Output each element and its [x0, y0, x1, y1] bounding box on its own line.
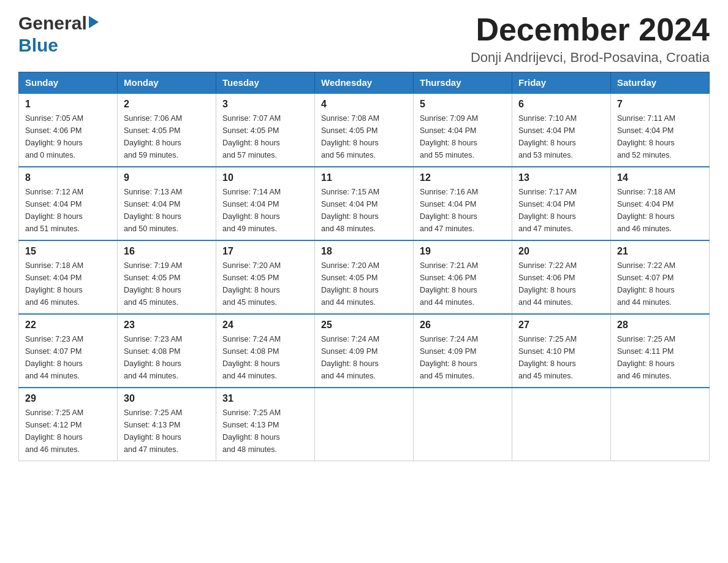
day-info: Sunrise: 7:25 AMSunset: 4:10 PMDaylight:… — [518, 333, 604, 382]
calendar-cell: 21 Sunrise: 7:22 AMSunset: 4:07 PMDaylig… — [611, 240, 710, 314]
calendar-cell: 31 Sunrise: 7:25 AMSunset: 4:13 PMDaylig… — [216, 388, 315, 461]
day-number: 17 — [222, 246, 308, 257]
day-info: Sunrise: 7:16 AMSunset: 4:04 PMDaylight:… — [420, 186, 506, 235]
day-info: Sunrise: 7:25 AMSunset: 4:13 PMDaylight:… — [222, 407, 308, 456]
day-number: 20 — [518, 246, 604, 257]
day-number: 13 — [518, 172, 604, 183]
day-number: 7 — [617, 99, 703, 110]
day-info: Sunrise: 7:20 AMSunset: 4:05 PMDaylight:… — [222, 259, 308, 308]
calendar-cell: 20 Sunrise: 7:22 AMSunset: 4:06 PMDaylig… — [512, 240, 611, 314]
calendar-cell: 19 Sunrise: 7:21 AMSunset: 4:06 PMDaylig… — [414, 240, 512, 314]
day-info: Sunrise: 7:18 AMSunset: 4:04 PMDaylight:… — [25, 259, 111, 308]
calendar-cell: 2 Sunrise: 7:06 AMSunset: 4:05 PMDayligh… — [118, 93, 216, 167]
day-info: Sunrise: 7:24 AMSunset: 4:09 PMDaylight:… — [321, 333, 407, 382]
day-info: Sunrise: 7:25 AMSunset: 4:11 PMDaylight:… — [617, 333, 703, 382]
day-info: Sunrise: 7:14 AMSunset: 4:04 PMDaylight:… — [222, 186, 308, 235]
calendar-cell: 12 Sunrise: 7:16 AMSunset: 4:04 PMDaylig… — [414, 167, 512, 240]
calendar-header-row: SundayMondayTuesdayWednesdayThursdayFrid… — [19, 72, 710, 94]
day-info: Sunrise: 7:23 AMSunset: 4:07 PMDaylight:… — [25, 333, 111, 382]
day-number: 21 — [617, 246, 703, 257]
day-number: 26 — [420, 320, 506, 331]
calendar-cell: 9 Sunrise: 7:13 AMSunset: 4:04 PMDayligh… — [118, 167, 216, 240]
calendar-header-friday: Friday — [512, 72, 611, 94]
calendar-cell — [512, 388, 611, 461]
day-info: Sunrise: 7:22 AMSunset: 4:07 PMDaylight:… — [617, 259, 703, 308]
day-info: Sunrise: 7:12 AMSunset: 4:04 PMDaylight:… — [25, 186, 111, 235]
day-info: Sunrise: 7:15 AMSunset: 4:04 PMDaylight:… — [321, 186, 407, 235]
day-number: 31 — [222, 393, 308, 404]
calendar-cell: 6 Sunrise: 7:10 AMSunset: 4:04 PMDayligh… — [512, 93, 611, 167]
calendar-cell: 25 Sunrise: 7:24 AMSunset: 4:09 PMDaylig… — [315, 314, 414, 388]
day-number: 8 — [25, 172, 111, 183]
calendar-cell: 23 Sunrise: 7:23 AMSunset: 4:08 PMDaylig… — [118, 314, 216, 388]
day-info: Sunrise: 7:13 AMSunset: 4:04 PMDaylight:… — [124, 186, 210, 235]
calendar-cell: 18 Sunrise: 7:20 AMSunset: 4:05 PMDaylig… — [315, 240, 414, 314]
calendar-header-tuesday: Tuesday — [216, 72, 315, 94]
calendar-week-row: 15 Sunrise: 7:18 AMSunset: 4:04 PMDaylig… — [19, 240, 710, 314]
day-number: 1 — [25, 99, 111, 110]
calendar-cell: 26 Sunrise: 7:24 AMSunset: 4:09 PMDaylig… — [414, 314, 512, 388]
calendar-header-sunday: Sunday — [19, 72, 118, 94]
calendar-cell — [414, 388, 512, 461]
calendar-cell: 28 Sunrise: 7:25 AMSunset: 4:11 PMDaylig… — [611, 314, 710, 388]
day-info: Sunrise: 7:06 AMSunset: 4:05 PMDaylight:… — [124, 112, 210, 161]
day-info: Sunrise: 7:23 AMSunset: 4:08 PMDaylight:… — [124, 333, 210, 382]
day-info: Sunrise: 7:10 AMSunset: 4:04 PMDaylight:… — [518, 112, 604, 161]
calendar-week-row: 8 Sunrise: 7:12 AMSunset: 4:04 PMDayligh… — [19, 167, 710, 240]
calendar-cell: 7 Sunrise: 7:11 AMSunset: 4:04 PMDayligh… — [611, 93, 710, 167]
day-number: 10 — [222, 172, 308, 183]
calendar-cell: 11 Sunrise: 7:15 AMSunset: 4:04 PMDaylig… — [315, 167, 414, 240]
day-number: 16 — [124, 246, 210, 257]
day-info: Sunrise: 7:24 AMSunset: 4:09 PMDaylight:… — [420, 333, 506, 382]
day-number: 24 — [222, 320, 308, 331]
logo-general-text: General — [18, 12, 87, 34]
calendar-cell: 27 Sunrise: 7:25 AMSunset: 4:10 PMDaylig… — [512, 314, 611, 388]
calendar-cell: 4 Sunrise: 7:08 AMSunset: 4:05 PMDayligh… — [315, 93, 414, 167]
day-info: Sunrise: 7:21 AMSunset: 4:06 PMDaylight:… — [420, 259, 506, 308]
calendar-cell: 15 Sunrise: 7:18 AMSunset: 4:04 PMDaylig… — [19, 240, 118, 314]
day-info: Sunrise: 7:09 AMSunset: 4:04 PMDaylight:… — [420, 112, 506, 161]
logo-triangle-icon — [89, 16, 99, 28]
day-number: 23 — [124, 320, 210, 331]
day-number: 27 — [518, 320, 604, 331]
month-title: December 2024 — [471, 12, 710, 47]
calendar-week-row: 29 Sunrise: 7:25 AMSunset: 4:12 PMDaylig… — [19, 388, 710, 461]
calendar-cell: 5 Sunrise: 7:09 AMSunset: 4:04 PMDayligh… — [414, 93, 512, 167]
day-info: Sunrise: 7:07 AMSunset: 4:05 PMDaylight:… — [222, 112, 308, 161]
day-number: 4 — [321, 99, 407, 110]
day-number: 14 — [617, 172, 703, 183]
day-info: Sunrise: 7:08 AMSunset: 4:05 PMDaylight:… — [321, 112, 407, 161]
page-header: General Blue December 2024 Donji Andrije… — [18, 12, 710, 66]
day-number: 11 — [321, 172, 407, 183]
day-number: 3 — [222, 99, 308, 110]
calendar-cell: 24 Sunrise: 7:24 AMSunset: 4:08 PMDaylig… — [216, 314, 315, 388]
calendar-header-thursday: Thursday — [414, 72, 512, 94]
calendar-cell: 13 Sunrise: 7:17 AMSunset: 4:04 PMDaylig… — [512, 167, 611, 240]
location-title: Donji Andrijevci, Brod-Posavina, Croatia — [471, 50, 710, 66]
day-number: 18 — [321, 246, 407, 257]
day-number: 2 — [124, 99, 210, 110]
calendar-header-wednesday: Wednesday — [315, 72, 414, 94]
calendar-table: SundayMondayTuesdayWednesdayThursdayFrid… — [18, 72, 710, 461]
day-info: Sunrise: 7:18 AMSunset: 4:04 PMDaylight:… — [617, 186, 703, 235]
day-number: 30 — [124, 393, 210, 404]
day-number: 6 — [518, 99, 604, 110]
calendar-cell — [315, 388, 414, 461]
day-number: 28 — [617, 320, 703, 331]
day-number: 19 — [420, 246, 506, 257]
calendar-cell: 17 Sunrise: 7:20 AMSunset: 4:05 PMDaylig… — [216, 240, 315, 314]
calendar-cell: 29 Sunrise: 7:25 AMSunset: 4:12 PMDaylig… — [19, 388, 118, 461]
day-info: Sunrise: 7:20 AMSunset: 4:05 PMDaylight:… — [321, 259, 407, 308]
logo-blue-text: Blue — [18, 34, 99, 56]
day-number: 22 — [25, 320, 111, 331]
calendar-header-saturday: Saturday — [611, 72, 710, 94]
calendar-cell: 3 Sunrise: 7:07 AMSunset: 4:05 PMDayligh… — [216, 93, 315, 167]
calendar-header-monday: Monday — [118, 72, 216, 94]
calendar-cell: 16 Sunrise: 7:19 AMSunset: 4:05 PMDaylig… — [118, 240, 216, 314]
calendar-cell — [611, 388, 710, 461]
calendar-cell: 14 Sunrise: 7:18 AMSunset: 4:04 PMDaylig… — [611, 167, 710, 240]
calendar-week-row: 1 Sunrise: 7:05 AMSunset: 4:06 PMDayligh… — [19, 93, 710, 167]
day-number: 9 — [124, 172, 210, 183]
day-number: 29 — [25, 393, 111, 404]
calendar-week-row: 22 Sunrise: 7:23 AMSunset: 4:07 PMDaylig… — [19, 314, 710, 388]
